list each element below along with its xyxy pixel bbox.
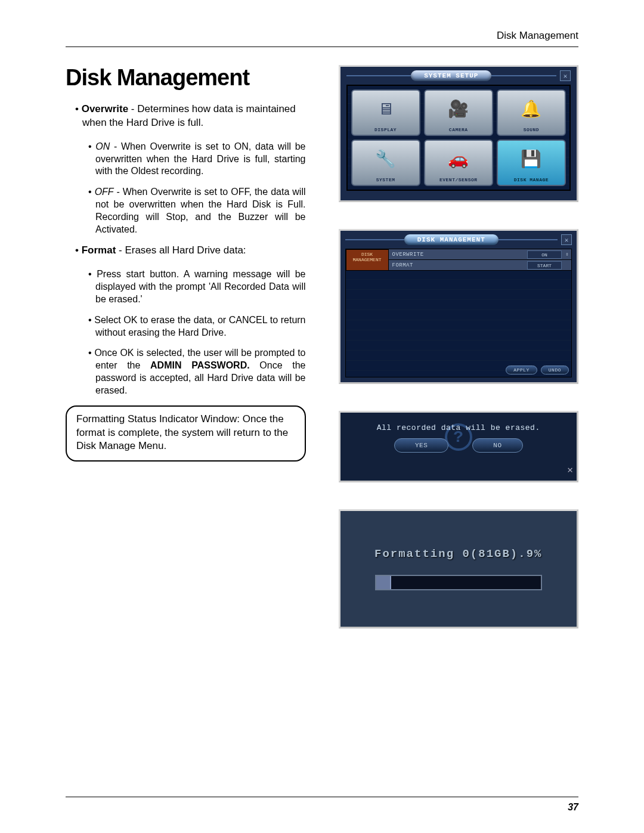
tile-sound[interactable]: 🔔 SOUND xyxy=(497,89,566,136)
header-divider xyxy=(66,47,578,47)
format-start-button[interactable]: START xyxy=(527,261,562,270)
tile-label: DISPLAY xyxy=(374,127,397,132)
monitor-icon: 🖥 xyxy=(377,91,394,127)
row-format[interactable]: FORMAT START xyxy=(389,260,572,271)
tile-system[interactable]: 🔧 SYSTEM xyxy=(351,140,420,186)
wrench-icon: 🔧 xyxy=(375,141,396,177)
car-icon: 🚗 xyxy=(448,141,469,177)
undo-button[interactable]: UNDO xyxy=(541,366,569,374)
screenshot-system-setup: SYSTEM SETUP ✕ 🖥 DISPLAY 🎥 CAMERA 🔔 SOUN… xyxy=(339,65,579,202)
row-overwrite[interactable]: OVERWRITE ON ⇳ xyxy=(389,249,572,260)
progress-fill xyxy=(376,576,391,589)
page-title: Disk Management xyxy=(66,65,306,91)
footer-divider xyxy=(66,797,578,797)
tile-label: DISK MANAGE xyxy=(514,177,549,182)
format-heading: • Format - Erases all Hard Drive data: xyxy=(82,244,306,258)
page-number: 37 xyxy=(568,802,578,813)
updown-icon[interactable]: ⇳ xyxy=(563,251,571,258)
overwrite-value[interactable]: ON xyxy=(527,250,562,259)
yes-button[interactable]: YES xyxy=(394,438,448,453)
system-setup-title: SYSTEM SETUP xyxy=(411,70,491,81)
tile-label: EVENT/SENSOR xyxy=(439,177,478,182)
screenshot-disk-management: DISK MANAGEMENT ✕ DISK MANAGEMENT OVERWR… xyxy=(339,229,579,384)
format-step-3: • Once OK is selected, the user will be … xyxy=(95,347,306,397)
header-section-label: Disk Management xyxy=(66,30,578,42)
overwrite-off-label: OFF - xyxy=(95,187,120,197)
overwrite-on-text: - When Overwrite is set to ON, data will… xyxy=(95,141,306,176)
tile-camera[interactable]: 🎥 CAMERA xyxy=(424,89,493,136)
format-label: Format xyxy=(82,244,116,256)
row-label: FORMAT xyxy=(389,262,528,268)
confirm-message: All recorded data will be erased. xyxy=(377,423,540,432)
no-button[interactable]: NO xyxy=(472,438,522,453)
tile-display[interactable]: 🖥 DISPLAY xyxy=(351,89,420,136)
formatting-text: Formatting 0(81GB).9% xyxy=(374,547,542,561)
row-label: OVERWRITE xyxy=(389,252,528,258)
progress-bar xyxy=(375,575,542,590)
close-icon[interactable]: ✕ xyxy=(561,234,572,245)
format-step-2: • Select OK to erase the data, or CANCEL… xyxy=(95,314,306,339)
tile-label: SYSTEM xyxy=(376,177,395,182)
overwrite-off-text: When Overwrite is set to OFF, the data w… xyxy=(95,187,306,234)
apply-button[interactable]: APPLY xyxy=(506,366,537,374)
disk-management-title: DISK MANAGEMENT xyxy=(404,234,499,245)
format-desc: - Erases all Hard Drive data: xyxy=(116,244,246,256)
sidebar-tab-disk-management[interactable]: DISK MANAGEMENT xyxy=(346,249,389,271)
note-box: Formatting Status Indicator Window: Once… xyxy=(66,405,306,462)
format-step-1: • Press start button. A warning message … xyxy=(95,268,306,305)
close-icon[interactable]: ✕ xyxy=(567,464,573,476)
overwrite-label: Overwrite xyxy=(82,103,128,114)
disk-icon: 💾 xyxy=(521,141,541,177)
tile-label: SOUND xyxy=(524,127,540,132)
screenshot-confirm-dialog: ? All recorded data will be erased. YES … xyxy=(339,411,579,482)
overwrite-on-label: ON xyxy=(95,141,110,151)
screenshot-formatting-progress: Formatting 0(81GB).9% xyxy=(339,509,579,628)
tile-label: CAMERA xyxy=(449,127,468,132)
overwrite-off-item: • OFF - When Overwrite is set to OFF, th… xyxy=(95,186,306,236)
camera-icon: 🎥 xyxy=(448,91,469,127)
overwrite-on-item: • ON - When Overwrite is set to ON, data… xyxy=(95,141,306,178)
tile-disk-manage[interactable]: 💾 DISK MANAGE xyxy=(497,140,566,186)
setup-grid: 🖥 DISPLAY 🎥 CAMERA 🔔 SOUND 🔧 SYSTEM 🚗 xyxy=(346,85,571,191)
close-icon[interactable]: ✕ xyxy=(560,70,571,81)
bell-icon: 🔔 xyxy=(521,91,541,127)
overwrite-heading: • Overwrite - Determines how data is mai… xyxy=(82,103,306,130)
tile-event-sensor[interactable]: 🚗 EVENT/SENSOR xyxy=(424,140,493,186)
